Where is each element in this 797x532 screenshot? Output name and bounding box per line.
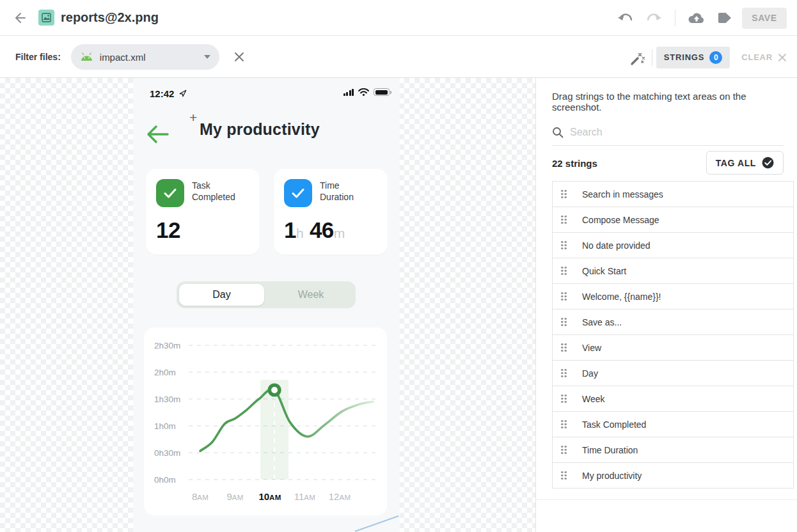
back-button[interactable] (10, 9, 28, 27)
day-week-toggle[interactable]: Day Week (177, 281, 356, 308)
phone-screenshot[interactable]: 12:42 (133, 78, 400, 532)
string-text: Welcome, {{name}}! (582, 292, 661, 302)
string-text: Compose Message (582, 215, 659, 225)
string-list-item[interactable]: Time Duration (553, 437, 793, 463)
string-text: Week (582, 394, 605, 404)
x-axis-tick: 12AM (329, 491, 351, 502)
x-axis-tick: 10AM (258, 491, 281, 502)
y-axis-tick: 1h0m (154, 421, 194, 431)
chevron-down-icon (204, 55, 210, 59)
task-completed-card[interactable]: Task Completed 12 (146, 169, 260, 254)
drag-handle-icon[interactable] (560, 368, 567, 378)
tag-icon (717, 12, 732, 24)
chart-peak-marker (269, 385, 280, 395)
strings-filter-button[interactable]: STRINGS 0 (656, 47, 730, 68)
drag-handle-icon[interactable] (560, 317, 567, 327)
clear-strings-button[interactable]: CLEAR (741, 52, 787, 62)
clear-label: CLEAR (741, 52, 773, 62)
string-list-item[interactable]: No date provided (553, 233, 793, 258)
string-list-item[interactable]: Welcome, {{name}}! (553, 284, 793, 309)
save-button[interactable]: SAVE (742, 8, 787, 29)
close-icon (233, 51, 245, 63)
location-arrow-icon (179, 90, 187, 97)
android-icon (80, 52, 93, 61)
drag-handle-icon[interactable] (560, 445, 567, 455)
string-list: Search in messagesCompose MessageNo date… (552, 181, 794, 489)
transparency-canvas: 12:42 (0, 78, 535, 532)
productivity-chart-card[interactable]: 2h30m2h0m1h30m1h0m0h30m0h0m 8AM9AM10AM11… (144, 327, 387, 515)
selected-file-name: impact.xml (100, 52, 204, 63)
strings-count-badge: 0 (709, 51, 722, 64)
blue-check-icon (284, 179, 312, 207)
strings-count-label: 22 strings (552, 158, 597, 169)
string-text: Search in messages (582, 189, 663, 199)
drag-handle-icon[interactable] (560, 343, 567, 352)
tag-marker-plus[interactable]: + (189, 110, 197, 125)
tag-all-label: TAG ALL (716, 158, 756, 168)
page-title: reports@2x.png (61, 10, 159, 25)
string-list-item[interactable]: Quick Start (553, 258, 793, 284)
string-list-item[interactable]: View (553, 335, 793, 361)
task-completed-value: 12 (156, 217, 180, 243)
drag-handle-icon[interactable] (560, 240, 567, 250)
phone-back-arrow-icon (145, 124, 170, 145)
drag-handle-icon[interactable] (560, 215, 567, 224)
top-bar: reports@2x.png (0, 0, 797, 36)
string-text: Quick Start (582, 266, 626, 276)
string-list-item[interactable]: Week (553, 386, 793, 412)
x-axis-tick: 9AM (226, 491, 243, 502)
filter-files-label: Filter files: (15, 52, 61, 62)
status-time: 12:42 (150, 88, 174, 99)
tag-all-button[interactable]: TAG ALL (706, 151, 784, 175)
y-axis-tick: 2h0m (154, 368, 194, 377)
x-axis-tick: 8AM (192, 491, 209, 502)
drag-handle-icon[interactable] (560, 419, 567, 429)
file-filter-dropdown[interactable]: impact.xml (71, 44, 219, 70)
cellular-signal-icon (343, 89, 354, 96)
card-label[interactable]: Task Completed (192, 179, 241, 203)
count-row: 22 strings TAG ALL (552, 150, 784, 176)
time-duration-card[interactable]: Time Duration 1h 46m (274, 169, 388, 254)
x-axis-tick: 11AM (294, 491, 315, 502)
toolbar-divider (675, 10, 675, 26)
drag-handle-icon[interactable] (560, 471, 567, 480)
time-duration-value: 1h 46m (284, 217, 345, 243)
drag-handle-icon[interactable] (560, 266, 567, 276)
undo-icon (618, 12, 633, 24)
search-icon (552, 127, 564, 138)
toggle-day[interactable]: Day (179, 284, 264, 306)
string-list-item[interactable]: Day (553, 361, 793, 386)
string-list-item[interactable]: Compose Message (553, 207, 793, 233)
upload-button[interactable] (686, 7, 707, 29)
y-axis-tick: 0h30m (154, 448, 194, 458)
drag-handle-icon[interactable] (560, 189, 567, 199)
image-file-icon (38, 10, 54, 26)
y-axis-tick: 2h30m (154, 341, 194, 350)
wifi-icon (358, 88, 369, 96)
string-list-item[interactable]: My productivity (553, 463, 793, 489)
toggle-week[interactable]: Week (266, 281, 356, 308)
phone-status-bar: 12:42 (133, 87, 400, 101)
next-chart-fragment-line (354, 514, 400, 532)
string-list-item[interactable]: Task Completed (553, 412, 793, 437)
auto-tag-wand-button[interactable] (626, 47, 648, 68)
string-text: My productivity (582, 471, 642, 481)
card-label[interactable]: Time Duration (320, 179, 368, 203)
clear-file-filter-button[interactable] (228, 46, 250, 68)
string-list-item[interactable]: Save as... (553, 309, 793, 335)
string-list-item[interactable]: Search in messages (553, 182, 793, 207)
drag-handle-icon[interactable] (560, 292, 567, 301)
tag-button[interactable] (714, 7, 736, 29)
strings-panel: Drag strings to the matching text areas … (535, 78, 797, 532)
string-text: View (582, 343, 601, 353)
screenshot-editor-window: reports@2x.png (0, 0, 797, 532)
drag-handle-icon[interactable] (560, 394, 567, 403)
search-input[interactable] (570, 127, 784, 138)
check-circle-icon (762, 157, 774, 169)
search-bar (552, 119, 784, 146)
phone-screen-title[interactable]: My productivity (200, 120, 320, 139)
close-icon (778, 53, 787, 62)
y-axis-tick: 1h30m (154, 395, 194, 404)
undo-button[interactable] (615, 7, 636, 29)
redo-button[interactable] (643, 7, 665, 29)
